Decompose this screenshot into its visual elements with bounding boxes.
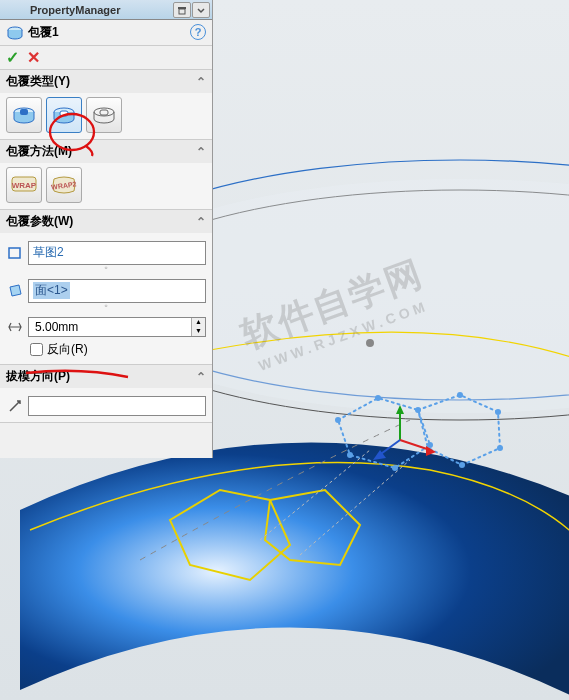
thickness-icon bbox=[6, 318, 24, 336]
section-wrap-method: 包覆方法(M) ⌃ WRAP WRAP2 bbox=[0, 140, 212, 210]
wrap-type-deboss-button[interactable] bbox=[46, 97, 82, 133]
section-wrap-type: 包覆类型(Y) ⌃ bbox=[0, 70, 212, 140]
section-header-wrap-params[interactable]: 包覆参数(W) ⌃ bbox=[0, 210, 212, 233]
sketch-value: 草图2 bbox=[33, 245, 64, 259]
svg-point-11 bbox=[392, 465, 398, 471]
chevron-down-icon: ⌃ bbox=[196, 215, 206, 229]
section-label: 拔模方向(P) bbox=[6, 368, 70, 385]
thickness-spinner[interactable]: ▲ ▼ bbox=[28, 317, 206, 337]
draft-direction-field[interactable] bbox=[28, 396, 206, 416]
chevron-down-icon: ⌃ bbox=[196, 75, 206, 89]
svg-point-16 bbox=[459, 462, 465, 468]
help-button[interactable]: ? bbox=[190, 24, 206, 40]
svg-point-23 bbox=[366, 339, 374, 347]
svg-point-7 bbox=[335, 417, 341, 423]
svg-point-12 bbox=[347, 452, 353, 458]
feature-name: 包覆1 bbox=[28, 24, 59, 41]
svg-point-14 bbox=[495, 409, 501, 415]
wrap-method-analytical-button[interactable]: WRAP bbox=[6, 167, 42, 203]
feature-title-row: 包覆1 ? bbox=[0, 20, 212, 46]
reverse-checkbox[interactable] bbox=[30, 343, 43, 356]
direction-icon bbox=[6, 397, 24, 415]
section-label: 包覆类型(Y) bbox=[6, 73, 70, 90]
accept-button[interactable]: ✓ bbox=[6, 48, 19, 67]
svg-point-8 bbox=[375, 395, 381, 401]
svg-rect-36 bbox=[9, 248, 20, 258]
property-manager-panel: PropertyManager 包覆1 ? ✓ ✕ 包覆类型(Y) ⌃ bbox=[0, 0, 213, 458]
wrap-type-emboss-button[interactable] bbox=[6, 97, 42, 133]
wrap-feature-icon bbox=[6, 24, 24, 42]
face-icon bbox=[6, 282, 24, 300]
panel-header: PropertyManager bbox=[0, 0, 212, 20]
svg-rect-32 bbox=[100, 110, 108, 115]
face-value: 面<1> bbox=[33, 282, 70, 299]
resize-handle[interactable]: ◦ bbox=[6, 303, 206, 313]
section-header-wrap-type[interactable]: 包覆类型(Y) ⌃ bbox=[0, 70, 212, 93]
svg-point-9 bbox=[415, 407, 421, 413]
chevron-down-icon: ⌃ bbox=[196, 145, 206, 159]
panel-title: PropertyManager bbox=[2, 4, 172, 16]
section-header-wrap-method[interactable]: 包覆方法(M) ⌃ bbox=[0, 140, 212, 163]
section-header-draft[interactable]: 拔模方向(P) ⌃ bbox=[0, 365, 212, 388]
pin-button[interactable] bbox=[173, 2, 191, 18]
svg-text:WRAP: WRAP bbox=[12, 181, 37, 190]
svg-rect-30 bbox=[60, 111, 68, 116]
svg-rect-28 bbox=[20, 109, 28, 115]
wrap-method-spline-button[interactable]: WRAP2 bbox=[46, 167, 82, 203]
svg-point-10 bbox=[427, 442, 433, 448]
reverse-label: 反向(R) bbox=[47, 341, 88, 358]
section-wrap-params: 包覆参数(W) ⌃ 草图2 ◦ 面<1> ◦ bbox=[0, 210, 212, 365]
resize-handle[interactable]: ◦ bbox=[6, 265, 206, 275]
svg-point-15 bbox=[497, 445, 503, 451]
action-row: ✓ ✕ bbox=[0, 46, 212, 70]
wrap-type-scribe-button[interactable] bbox=[86, 97, 122, 133]
svg-rect-25 bbox=[179, 9, 185, 14]
face-selection-field[interactable]: 面<1> bbox=[28, 279, 206, 303]
svg-point-13 bbox=[457, 392, 463, 398]
section-label: 包覆参数(W) bbox=[6, 213, 73, 230]
cancel-button[interactable]: ✕ bbox=[27, 48, 40, 67]
chevron-down-icon: ⌃ bbox=[196, 370, 206, 384]
thickness-input[interactable] bbox=[29, 320, 191, 334]
sketch-selection-field[interactable]: 草图2 bbox=[28, 241, 206, 265]
spin-up-button[interactable]: ▲ bbox=[192, 318, 205, 327]
section-draft-direction: 拔模方向(P) ⌃ bbox=[0, 365, 212, 423]
sketch-icon bbox=[6, 244, 24, 262]
spin-down-button[interactable]: ▼ bbox=[192, 327, 205, 336]
svg-line-19 bbox=[400, 440, 430, 450]
expand-button[interactable] bbox=[192, 2, 210, 18]
section-label: 包覆方法(M) bbox=[6, 143, 72, 160]
